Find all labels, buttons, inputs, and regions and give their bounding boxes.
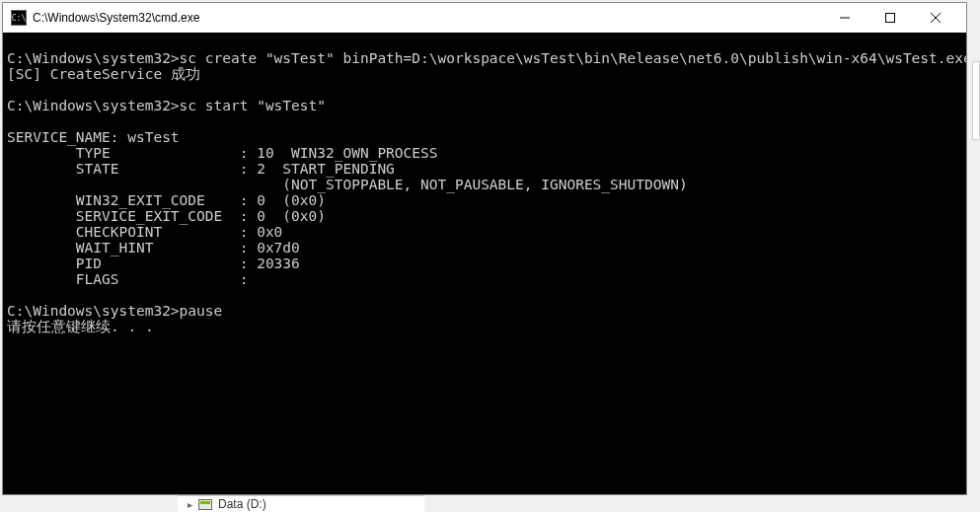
terminal-line [7, 35, 962, 50]
terminal-line [7, 287, 962, 303]
svg-rect-1 [886, 13, 895, 22]
background-side-strip [972, 61, 980, 140]
chevron-right-icon: ▸ [188, 499, 192, 510]
terminal-line: C:\Windows\system32>pause [7, 303, 962, 319]
terminal-line: [SC] CreateService 成功 [7, 66, 962, 82]
terminal-line [7, 113, 962, 129]
terminal-line: C:\Windows\system32>sc create "wsTest" b… [7, 50, 962, 66]
terminal-line: CHECKPOINT : 0x0 [7, 224, 962, 240]
window-title: C:\Windows\System32\cmd.exe [33, 11, 199, 25]
terminal-line: PID : 20336 [7, 256, 962, 271]
terminal-output[interactable]: C:\Windows\system32>sc create "wsTest" b… [3, 33, 966, 494]
drive-label: Data (D:) [218, 497, 266, 511]
titlebar[interactable]: C:\ C:\Windows\System32\cmd.exe [3, 3, 966, 33]
close-icon [931, 13, 941, 23]
terminal-line: STATE : 2 START_PENDING [7, 161, 962, 177]
minimize-icon [840, 13, 850, 23]
terminal-line: (NOT_STOPPABLE, NOT_PAUSABLE, IGNORES_SH… [7, 177, 962, 192]
terminal-line [7, 82, 962, 98]
terminal-line: SERVICE_EXIT_CODE : 0 (0x0) [7, 208, 962, 224]
drive-icon [198, 499, 212, 510]
terminal-line: 请按任意键继续. . . [7, 319, 962, 334]
terminal-line: WIN32_EXIT_CODE : 0 (0x0) [7, 192, 962, 208]
cmd-window: C:\ C:\Windows\System32\cmd.exe C:\Windo… [2, 2, 967, 495]
terminal-line: SERVICE_NAME: wsTest [7, 129, 962, 145]
explorer-tree-item-data-d[interactable]: ▸ Data (D:) [178, 495, 424, 512]
minimize-button[interactable] [822, 3, 867, 33]
maximize-icon [885, 13, 895, 23]
cmd-icon: C:\ [11, 10, 27, 26]
maximize-button[interactable] [867, 3, 913, 33]
terminal-line: WAIT_HINT : 0x7d0 [7, 240, 962, 256]
close-button[interactable] [913, 3, 958, 33]
terminal-line: C:\Windows\system32>sc start "wsTest" [7, 98, 962, 113]
terminal-line: TYPE : 10 WIN32_OWN_PROCESS [7, 145, 962, 161]
terminal-line: FLAGS : [7, 271, 962, 287]
